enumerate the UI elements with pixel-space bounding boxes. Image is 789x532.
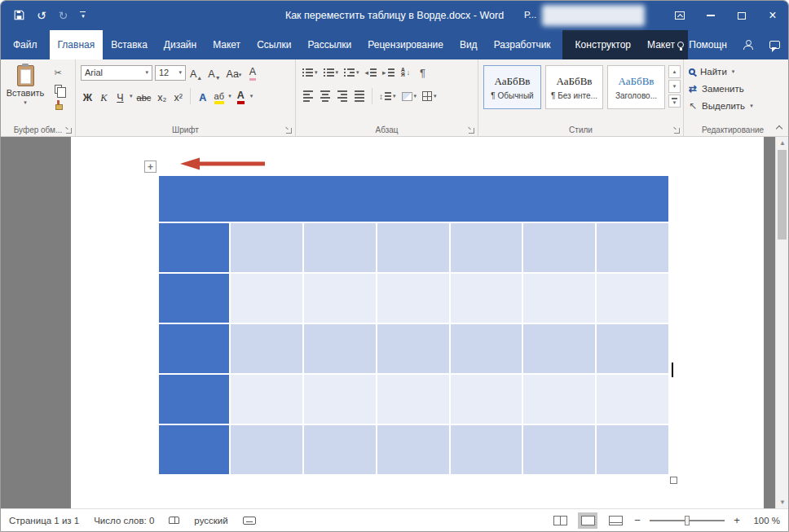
redo-icon[interactable]: ↻ bbox=[59, 10, 68, 21]
tab-references[interactable]: Ссылки bbox=[249, 30, 299, 59]
scroll-down-icon[interactable]: ▼ bbox=[776, 499, 788, 506]
text-effects-button[interactable]: А bbox=[196, 88, 209, 104]
table-cell[interactable] bbox=[597, 324, 668, 373]
table-cell[interactable] bbox=[231, 274, 302, 323]
highlight-dropdown-icon[interactable]: ▾ bbox=[228, 93, 231, 99]
styles-more-icon[interactable]: ▼ bbox=[668, 95, 681, 108]
highlight-button[interactable]: аб bbox=[212, 88, 226, 104]
proofing-status[interactable] bbox=[169, 517, 179, 524]
table-cell[interactable] bbox=[304, 274, 376, 323]
style-no-spacing[interactable]: АаБбВв ¶ Без инте... bbox=[545, 65, 603, 109]
font-color-button[interactable]: А bbox=[234, 88, 248, 104]
shrink-font-button[interactable]: А▼ bbox=[206, 64, 222, 81]
customize-qat-icon[interactable]: ▾ bbox=[80, 11, 86, 20]
table-cell[interactable] bbox=[523, 375, 595, 424]
styles-scroll-up-icon[interactable]: ▲ bbox=[668, 65, 681, 78]
style-normal[interactable]: АаБбВв ¶ Обычный bbox=[483, 65, 541, 109]
word-count[interactable]: Число слов: 0 bbox=[94, 516, 154, 525]
table-cell[interactable] bbox=[159, 223, 229, 272]
clipboard-dialog-launcher-icon[interactable] bbox=[65, 127, 72, 134]
tab-design[interactable]: Дизайн bbox=[156, 30, 205, 59]
table-cell[interactable] bbox=[304, 223, 376, 272]
table-cell[interactable] bbox=[597, 274, 668, 323]
align-left-button[interactable] bbox=[301, 88, 315, 104]
table-cell[interactable] bbox=[231, 223, 302, 272]
zoom-in-icon[interactable]: + bbox=[733, 514, 741, 526]
table-cell[interactable] bbox=[304, 324, 376, 373]
paragraph-dialog-launcher-icon[interactable] bbox=[468, 127, 474, 134]
table-cell[interactable] bbox=[159, 274, 229, 323]
style-heading1[interactable]: АаБбВв Заголово... bbox=[607, 65, 665, 109]
align-center-button[interactable] bbox=[318, 88, 333, 104]
multilevel-list-button[interactable]: ▾ bbox=[342, 64, 361, 81]
paste-dropdown-icon[interactable]: ▾ bbox=[24, 99, 27, 106]
tab-file[interactable]: Файл bbox=[1, 30, 50, 59]
show-formatting-marks-button[interactable]: ¶ bbox=[416, 64, 430, 81]
zoom-out-icon[interactable]: − bbox=[633, 514, 641, 526]
select-button[interactable]: ↖ Выделить ▾ bbox=[689, 99, 777, 112]
find-button[interactable]: Найти ▾ bbox=[689, 64, 777, 78]
zoom-level[interactable]: 100 % bbox=[749, 516, 780, 525]
table-cell[interactable] bbox=[523, 324, 595, 373]
tab-layout[interactable]: Макет bbox=[205, 30, 249, 59]
table-cell[interactable] bbox=[597, 375, 668, 424]
sort-button[interactable]: АЯ↓ bbox=[399, 64, 413, 81]
decrease-indent-button[interactable]: ◂ bbox=[364, 64, 379, 81]
replace-button[interactable]: ⇄ Заменить bbox=[689, 81, 777, 95]
shading-button[interactable]: ▾ bbox=[400, 88, 419, 104]
close-icon[interactable]: × bbox=[757, 1, 788, 30]
copy-button[interactable] bbox=[50, 82, 66, 95]
tab-view[interactable]: Вид bbox=[452, 30, 486, 59]
tab-mailings[interactable]: Рассылки bbox=[299, 30, 359, 59]
bold-button[interactable]: Ж bbox=[81, 88, 95, 104]
web-layout-button[interactable] bbox=[606, 512, 625, 529]
table-resize-handle[interactable] bbox=[670, 477, 677, 484]
tab-table-design[interactable]: Конструктор bbox=[567, 30, 639, 59]
underline-dropdown-icon[interactable]: ▾ bbox=[130, 93, 133, 99]
cut-button[interactable]: ✂ bbox=[50, 66, 66, 79]
print-layout-button[interactable] bbox=[578, 512, 597, 529]
font-color-dropdown-icon[interactable]: ▾ bbox=[250, 93, 253, 99]
table-cell[interactable] bbox=[523, 223, 595, 272]
read-mode-button[interactable] bbox=[550, 512, 570, 529]
tab-home[interactable]: Главная bbox=[50, 30, 104, 59]
document-page[interactable]: + bbox=[71, 137, 764, 508]
table-cell[interactable] bbox=[231, 324, 302, 373]
minimize-icon[interactable] bbox=[695, 1, 726, 30]
table-cell[interactable] bbox=[451, 324, 522, 373]
paste-button[interactable]: Вставить ▾ bbox=[6, 63, 45, 123]
table-cell[interactable] bbox=[377, 425, 449, 474]
table-cell[interactable] bbox=[523, 274, 595, 323]
table-cell[interactable] bbox=[159, 324, 229, 373]
table-cell[interactable] bbox=[597, 425, 668, 474]
tab-table-layout[interactable]: Макет bbox=[639, 30, 683, 59]
zoom-slider[interactable] bbox=[650, 520, 725, 521]
scroll-up-icon[interactable]: ▲ bbox=[776, 139, 788, 147]
table-cell[interactable] bbox=[377, 324, 449, 373]
font-dialog-launcher-icon[interactable] bbox=[285, 127, 292, 134]
change-case-button[interactable]: Aa▾ bbox=[225, 64, 244, 81]
strikethrough-button[interactable]: abc bbox=[135, 88, 153, 104]
line-spacing-button[interactable]: ↕▾ bbox=[377, 88, 398, 104]
clear-formatting-button[interactable]: А bbox=[245, 64, 259, 81]
grow-font-button[interactable]: А▲ bbox=[188, 64, 204, 81]
maximize-icon[interactable] bbox=[726, 1, 757, 30]
table-cell[interactable] bbox=[377, 274, 449, 323]
italic-button[interactable]: К bbox=[97, 88, 111, 104]
table-cell[interactable] bbox=[451, 223, 522, 272]
table-cell[interactable] bbox=[377, 375, 449, 424]
tab-review[interactable]: Рецензирование bbox=[359, 30, 452, 59]
table-cell[interactable] bbox=[231, 425, 302, 474]
undo-icon[interactable]: ↺ bbox=[37, 10, 46, 21]
scrollbar-thumb[interactable] bbox=[778, 150, 787, 240]
underline-button[interactable]: Ч bbox=[113, 88, 127, 104]
table-cell[interactable] bbox=[451, 274, 522, 323]
table-cell[interactable] bbox=[231, 375, 302, 424]
language-indicator[interactable]: русский bbox=[194, 516, 227, 525]
table-cell[interactable] bbox=[451, 425, 522, 474]
zoom-slider-thumb[interactable] bbox=[685, 516, 690, 525]
styles-dialog-launcher-icon[interactable] bbox=[673, 127, 680, 134]
sign-in-icon[interactable] bbox=[743, 40, 753, 50]
table-cell[interactable] bbox=[304, 375, 376, 424]
bullets-button[interactable]: ▾ bbox=[301, 64, 320, 81]
